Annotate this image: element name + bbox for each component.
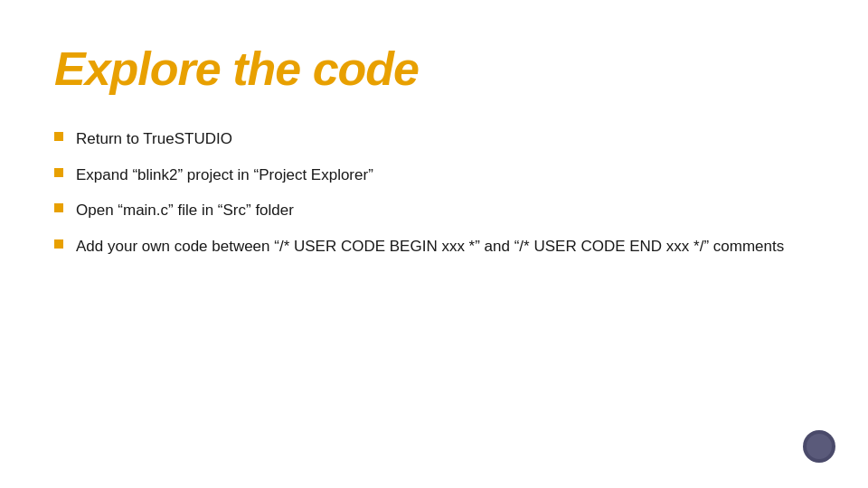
slide-title: Explore the code <box>54 43 814 95</box>
list-item: Expand “blink2” project in “Project Expl… <box>54 164 814 187</box>
slide: Explore the code Return to TrueSTUDIO Ex… <box>0 0 868 488</box>
bullet-marker <box>54 168 63 177</box>
bullet-text: Open “main.c” file in “Src” folder <box>76 199 814 222</box>
list-item: Return to TrueSTUDIO <box>54 127 814 151</box>
list-item: Open “main.c” file in “Src” folder <box>54 199 814 222</box>
bullet-text: Expand “blink2” project in “Project Expl… <box>76 164 814 187</box>
bullet-list: Return to TrueSTUDIO Expand “blink2” pro… <box>54 127 814 258</box>
bullet-text: Add your own code between “/* USER CODE … <box>76 235 814 258</box>
bullet-text: Return to TrueSTUDIO <box>76 127 814 151</box>
next-button-inner <box>807 434 832 459</box>
list-item: Add your own code between “/* USER CODE … <box>54 235 814 258</box>
bullet-marker <box>54 239 63 249</box>
bullet-marker <box>54 203 63 212</box>
bullet-marker <box>54 132 63 141</box>
next-button[interactable] <box>803 430 835 463</box>
